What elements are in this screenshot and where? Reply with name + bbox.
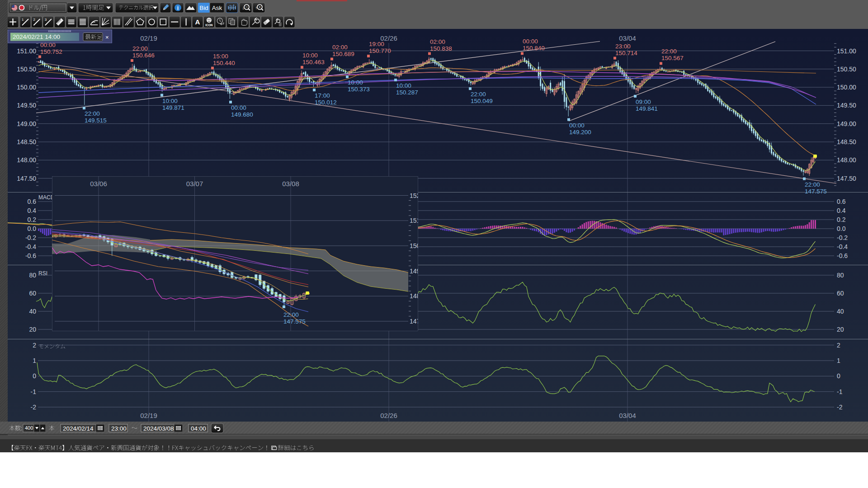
svg-text:10:00: 10:00 bbox=[162, 98, 178, 104]
svg-text:147.575: 147.575 bbox=[805, 188, 827, 195]
svg-text:-0.6: -0.6 bbox=[837, 252, 848, 259]
svg-text:149.00: 149.00 bbox=[837, 120, 856, 127]
svg-text:149.515: 149.515 bbox=[85, 117, 107, 124]
svg-text:151.00: 151.00 bbox=[837, 47, 856, 55]
svg-text:22:00: 22:00 bbox=[85, 110, 100, 117]
svg-text:19:00: 19:00 bbox=[369, 41, 384, 47]
svg-text:149.680: 149.680 bbox=[231, 111, 253, 118]
svg-text:40: 40 bbox=[29, 308, 36, 315]
svg-text:2: 2 bbox=[837, 342, 840, 349]
svg-text:-0.4: -0.4 bbox=[25, 243, 36, 250]
svg-text:149.50: 149.50 bbox=[17, 102, 36, 109]
svg-text:0: 0 bbox=[837, 372, 840, 380]
svg-text:150.646: 150.646 bbox=[132, 52, 155, 59]
svg-text:148.00: 148.00 bbox=[17, 156, 36, 164]
svg-text:10:00: 10:00 bbox=[396, 82, 411, 89]
svg-text:20: 20 bbox=[837, 326, 844, 333]
svg-text:A: A bbox=[195, 18, 200, 26]
svg-text:2024/02/21 14:00: 2024/02/21 14:00 bbox=[13, 33, 60, 40]
svg-text:22:00: 22:00 bbox=[471, 91, 486, 98]
svg-text:09:00: 09:00 bbox=[636, 99, 651, 105]
svg-text:-0.6: -0.6 bbox=[25, 252, 36, 259]
svg-text:150.012: 150.012 bbox=[315, 99, 337, 106]
svg-text:40: 40 bbox=[837, 308, 844, 315]
svg-text:149.841: 149.841 bbox=[636, 105, 658, 112]
svg-text:RSI: RSI bbox=[38, 270, 47, 277]
svg-text:02/19: 02/19 bbox=[140, 34, 157, 42]
svg-text:-2: -2 bbox=[837, 404, 843, 411]
svg-text:03/06: 03/06 bbox=[90, 180, 107, 188]
svg-text:10:00: 10:00 bbox=[302, 52, 318, 59]
svg-text:0.6: 0.6 bbox=[28, 198, 37, 205]
svg-text:2024/02/14: 2024/02/14 bbox=[63, 425, 94, 432]
svg-text:02:00: 02:00 bbox=[332, 44, 348, 51]
svg-text:0.2: 0.2 bbox=[28, 216, 37, 223]
svg-text:00:00: 00:00 bbox=[523, 38, 538, 45]
svg-text:2: 2 bbox=[33, 342, 36, 349]
svg-text:-1: -1 bbox=[837, 388, 843, 395]
svg-text:0.4: 0.4 bbox=[28, 207, 37, 214]
svg-text:03/04: 03/04 bbox=[619, 412, 636, 419]
svg-text:03/04: 03/04 bbox=[619, 34, 636, 42]
svg-text:2: 2 bbox=[33, 18, 35, 22]
svg-text:150.567: 150.567 bbox=[661, 55, 684, 61]
svg-text:147.50: 147.50 bbox=[837, 175, 856, 182]
svg-text:0.2: 0.2 bbox=[837, 216, 846, 223]
svg-text:02/26: 02/26 bbox=[380, 412, 397, 419]
svg-text:148.50: 148.50 bbox=[17, 138, 36, 145]
svg-text:80: 80 bbox=[837, 272, 844, 279]
svg-text:147.575: 147.575 bbox=[283, 318, 306, 325]
svg-text:150.752: 150.752 bbox=[40, 48, 62, 55]
svg-text:150.373: 150.373 bbox=[348, 86, 370, 93]
svg-text:0.4: 0.4 bbox=[837, 207, 846, 214]
svg-text:-1: -1 bbox=[31, 388, 37, 395]
svg-text:150.840: 150.840 bbox=[523, 45, 545, 52]
svg-text:150.714: 150.714 bbox=[615, 50, 637, 56]
svg-text:148.00: 148.00 bbox=[837, 156, 856, 164]
svg-text:150.689: 150.689 bbox=[332, 51, 354, 57]
svg-text:02/19: 02/19 bbox=[140, 412, 157, 419]
svg-text:−: − bbox=[245, 5, 248, 9]
svg-text:22:00: 22:00 bbox=[805, 181, 820, 188]
svg-text:1: 1 bbox=[33, 357, 36, 364]
svg-text:03/08: 03/08 bbox=[282, 180, 299, 188]
svg-text:148.50: 148.50 bbox=[837, 138, 856, 145]
svg-text:ICON: ICON bbox=[205, 23, 213, 27]
svg-text:-0.2: -0.2 bbox=[837, 234, 848, 241]
svg-text:22:00: 22:00 bbox=[283, 311, 299, 318]
svg-text:150.00: 150.00 bbox=[837, 84, 856, 91]
svg-text:400: 400 bbox=[25, 425, 33, 431]
svg-text:22:00: 22:00 bbox=[132, 45, 148, 52]
svg-text:60: 60 bbox=[29, 290, 36, 297]
svg-text:00:00: 00:00 bbox=[231, 104, 246, 111]
svg-text:-0.2: -0.2 bbox=[25, 234, 36, 241]
svg-text:10:00: 10:00 bbox=[348, 79, 363, 86]
svg-text:22:00: 22:00 bbox=[661, 48, 677, 55]
svg-text:17:00: 17:00 bbox=[315, 92, 330, 99]
svg-text:150.463: 150.463 bbox=[302, 59, 325, 66]
svg-text:00:00: 00:00 bbox=[569, 122, 585, 129]
svg-text:149.00: 149.00 bbox=[17, 120, 36, 127]
svg-text:0.6: 0.6 bbox=[837, 198, 846, 205]
svg-text:0.0: 0.0 bbox=[837, 225, 846, 232]
svg-text:80: 80 bbox=[29, 272, 36, 279]
svg-text:0.0: 0.0 bbox=[28, 225, 37, 232]
svg-text:150.50: 150.50 bbox=[17, 66, 36, 73]
svg-text:2024/03/08: 2024/03/08 bbox=[143, 425, 174, 432]
svg-text:150.770: 150.770 bbox=[369, 47, 391, 54]
svg-text:150.00: 150.00 bbox=[17, 84, 36, 91]
svg-text:150.50: 150.50 bbox=[837, 66, 856, 73]
svg-text:149.200: 149.200 bbox=[569, 129, 591, 136]
svg-text:15:00: 15:00 bbox=[213, 53, 228, 60]
svg-text:i: i bbox=[177, 5, 179, 11]
svg-text:0: 0 bbox=[33, 372, 36, 380]
svg-text:150.440: 150.440 bbox=[213, 60, 235, 66]
svg-text:04:00: 04:00 bbox=[191, 425, 206, 432]
svg-text:Bid: Bid bbox=[199, 5, 208, 11]
svg-text:23:00: 23:00 bbox=[111, 425, 127, 432]
svg-text:150.838: 150.838 bbox=[430, 45, 452, 52]
svg-text:151.00: 151.00 bbox=[17, 47, 36, 55]
svg-text:1: 1 bbox=[837, 357, 840, 364]
svg-text:+: + bbox=[259, 5, 261, 9]
svg-text:-2: -2 bbox=[31, 404, 37, 411]
